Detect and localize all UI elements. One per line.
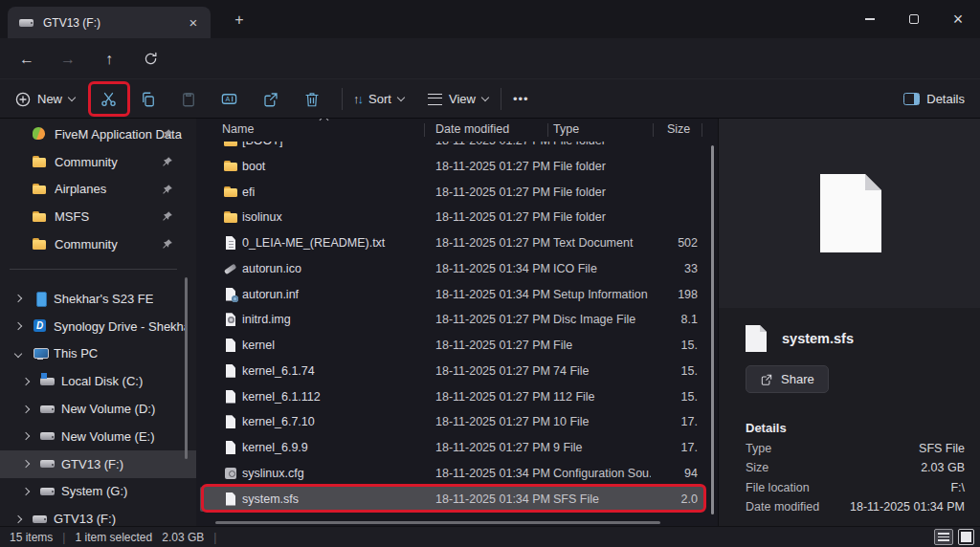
file-name: kernel_6.7.10 (242, 415, 420, 428)
sort-ascending-icon (320, 119, 329, 124)
sidebar-item-synology[interactable]: Synology Drive - Shekhar-NA (0, 313, 196, 340)
table-row[interactable]: syslinux.cfg 18-11-2025 01:34 PM Configu… (196, 461, 718, 487)
minimize-button[interactable] (848, 0, 892, 38)
detail-field-type: Type SFS File (746, 442, 965, 461)
thumbnail-view-toggle-icon[interactable] (958, 529, 974, 545)
chevron-right-icon (14, 295, 22, 302)
sidebar-item-local-disk-c[interactable]: Local Disk (C:) (0, 367, 196, 395)
table-row[interactable]: kernel_6.1.112 18-11-2025 01:27 PM 112 F… (196, 384, 718, 410)
file-date: 18-11-2025 01:27 PM (435, 186, 548, 199)
file-date: 18-11-2025 01:27 PM (435, 390, 548, 404)
rename-button[interactable]: A (220, 79, 238, 119)
details-pane-toggle[interactable]: Details (903, 79, 965, 119)
table-row[interactable]: efi 18-11-2025 01:27 PM File folder (196, 180, 718, 206)
synology-icon (33, 318, 48, 334)
table-row[interactable]: kernel_6.1.74 18-11-2025 01:27 PM 74 Fil… (196, 359, 718, 384)
pin-icon (162, 238, 173, 250)
circle-plus-icon (15, 92, 31, 107)
table-row[interactable]: autorun.ico 18-11-2025 01:34 PM ICO File… (196, 256, 718, 282)
table-row[interactable]: isolinux 18-11-2025 01:27 PM File folder (196, 205, 718, 230)
table-row[interactable]: autorun.inf 18-11-2025 01:34 PM Setup In… (196, 282, 718, 308)
file-type: File folder (553, 160, 651, 173)
share-button[interactable]: Share (746, 365, 829, 393)
file-icon (223, 389, 238, 405)
details-view-toggle-icon[interactable] (934, 529, 953, 545)
sort-button[interactable]: ↑↓ Sort (353, 79, 404, 119)
sidebar-item-gtv13-f[interactable]: GTV13 (F:) (0, 450, 196, 478)
disc-image-icon (223, 312, 238, 327)
table-row[interactable]: 0_LEIA-ME_(README).txt 18-11-2025 01:27 … (196, 230, 718, 256)
sidebar-item-airplanes[interactable]: Airplanes (0, 176, 196, 204)
file-type: File folder (553, 186, 651, 199)
sidebar-item-msfs[interactable]: MSFS (0, 203, 196, 230)
file-size: 502 (617, 236, 698, 250)
file-name: boot (242, 160, 420, 173)
back-button[interactable]: ← (14, 47, 39, 72)
column-header-type[interactable]: Type (553, 122, 579, 136)
column-divider[interactable] (547, 123, 548, 137)
chevron-right-icon (14, 322, 22, 330)
sidebar-item-phone[interactable]: Shekhar's S23 FE (0, 285, 196, 313)
sidebar: FiveM Application Data Community Airplan… (0, 119, 196, 526)
table-row[interactable]: kernel_6.9.9 18-11-2025 01:27 PM 9 File … (196, 435, 718, 461)
column-divider[interactable] (653, 123, 654, 137)
column-header-name[interactable]: Name (222, 122, 254, 136)
folder-icon (32, 236, 47, 252)
sidebar-item-system-g[interactable]: System (G:) (0, 478, 196, 506)
file-icon (223, 414, 238, 429)
phone-icon (33, 291, 48, 306)
file-date: 18-11-2025 01:27 PM (435, 364, 548, 378)
copy-button[interactable] (140, 79, 157, 119)
sidebar-item-gtv13-f-2[interactable]: GTV13 (F:) (0, 505, 196, 526)
maximize-button[interactable] (892, 0, 936, 38)
new-tab-button[interactable]: + (228, 9, 251, 32)
table-row[interactable]: initrd.img 18-11-2025 01:27 PM Disc Imag… (196, 307, 718, 333)
more-options-button[interactable]: ••• (513, 79, 529, 119)
details-pane: system.sfs Share Details Type SFS File S… (718, 119, 980, 526)
sidebar-item-new-volume-e[interactable]: New Volume (E:) (0, 423, 196, 450)
view-lines-icon (428, 94, 442, 105)
file-rows: [BOOT] 18-11-2025 01:27 PM File folder b… (196, 128, 718, 512)
close-button[interactable]: × (936, 0, 980, 38)
table-row[interactable]: boot 18-11-2025 01:27 PM File folder (196, 154, 718, 180)
sidebar-item-new-volume-d[interactable]: New Volume (D:) (0, 395, 196, 423)
pin-icon (162, 128, 173, 140)
delete-button[interactable] (303, 79, 321, 119)
field-value: 18-11-2025 01:34 PM (850, 500, 965, 519)
refresh-button[interactable] (138, 47, 163, 72)
selected-file-name: system.sfs (782, 331, 854, 346)
explorer-tab[interactable]: GTV13 (F:) × (8, 7, 211, 38)
file-name: kernel_6.1.74 (242, 364, 420, 378)
paste-button[interactable] (180, 79, 197, 119)
view-button[interactable]: View (428, 79, 488, 119)
sidebar-item-label: GTV13 (F:) (61, 457, 123, 471)
column-divider[interactable] (424, 123, 425, 137)
sidebar-item-fivem[interactable]: FiveM Application Data (0, 120, 196, 148)
details-fields: Type SFS File Size 2.03 GB File location… (746, 442, 965, 519)
sidebar-scrollbar[interactable] (185, 277, 188, 459)
setup-file-icon (223, 287, 238, 302)
table-row[interactable]: kernel_6.7.10 18-11-2025 01:27 PM 10 Fil… (196, 409, 718, 435)
file-date: 18-11-2025 01:27 PM (435, 441, 548, 454)
up-button[interactable]: ↑ (97, 47, 122, 72)
forward-button[interactable]: → (56, 47, 80, 72)
table-row[interactable]: kernel 18-11-2025 01:27 PM File 15. (196, 333, 718, 359)
horizontal-scrollbar[interactable] (215, 521, 660, 524)
file-name: initrd.img (242, 313, 420, 326)
column-header-size[interactable]: Size (667, 122, 690, 136)
file-date: 18-11-2025 01:27 PM (435, 313, 548, 326)
sidebar-item-community-1[interactable]: Community (0, 148, 196, 176)
sidebar-item-community-2[interactable]: Community (0, 230, 196, 258)
column-divider[interactable] (702, 123, 702, 137)
field-label: Type (746, 442, 771, 461)
file-name: autorun.inf (242, 288, 420, 301)
sidebar-item-this-pc[interactable]: This PC (0, 340, 196, 368)
new-button[interactable]: New (15, 79, 75, 119)
folder-icon (32, 154, 47, 169)
column-header-date[interactable]: Date modified (435, 122, 509, 136)
share-button-toolbar[interactable] (262, 79, 279, 119)
tab-close-icon[interactable]: × (184, 13, 203, 33)
file-date: 18-11-2025 01:27 PM (435, 160, 548, 173)
field-label: Size (746, 461, 768, 480)
file-size: 15. (617, 390, 698, 404)
